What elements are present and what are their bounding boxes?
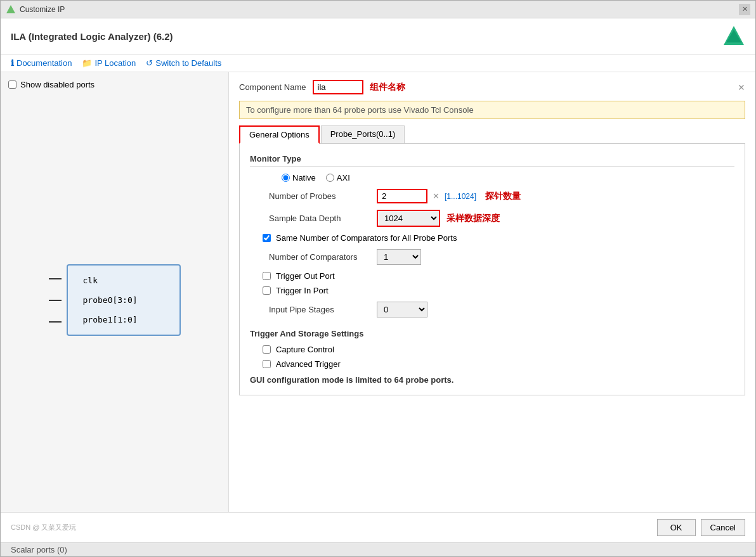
- sample-depth-annotation: 采样数据深度: [446, 213, 500, 224]
- number-of-comparators-label: Number of Comparators: [269, 252, 370, 262]
- title-bar-left: Customize IP: [6, 4, 65, 15]
- sample-data-depth-label: Sample Data Depth: [269, 214, 370, 223]
- component-name-row: Component Name 组件名称 ✕: [239, 80, 745, 94]
- capture-control-label: Capture Control: [276, 345, 334, 354]
- same-comparators-checkbox[interactable]: [263, 234, 271, 242]
- info-icon: ℹ: [11, 58, 14, 68]
- native-radio-item[interactable]: Native: [282, 173, 316, 182]
- component-name-clear-button[interactable]: ✕: [738, 82, 745, 93]
- main-content: Show disabled ports: [1, 72, 755, 512]
- switch-to-defaults-button[interactable]: ↺ Switch to Defaults: [146, 58, 221, 68]
- left-panel: Show disabled ports: [1, 72, 229, 512]
- same-comparators-row: Same Number of Comparators for All Probe…: [250, 233, 734, 243]
- input-pipe-stages-label: Input Pipe Stages: [269, 305, 370, 314]
- documentation-button[interactable]: ℹ Documentation: [11, 58, 72, 68]
- number-of-comparators-row: Number of Comparators 1 2 3 4: [250, 249, 734, 265]
- advanced-trigger-checkbox[interactable]: [263, 360, 271, 368]
- axi-radio-item[interactable]: AXI: [326, 173, 350, 182]
- capture-control-row: Capture Control: [250, 345, 734, 354]
- customize-ip-window: Customize IP ✕ ILA (Integrated Logic Ana…: [0, 0, 756, 557]
- axi-label: AXI: [337, 173, 350, 182]
- title-bar: Customize IP ✕: [1, 1, 755, 18]
- capture-control-checkbox[interactable]: [263, 345, 271, 354]
- number-of-probes-label: Number of Probes: [269, 191, 370, 201]
- input-pipe-stages-row: Input Pipe Stages 0 1 2 3 4 5: [250, 302, 734, 317]
- switch-to-defaults-label: Switch to Defaults: [155, 58, 221, 68]
- ok-button[interactable]: OK: [657, 519, 696, 536]
- component-diagram: clk probe0[3:0] probe1[1:0]: [8, 96, 221, 504]
- right-panel: Component Name 组件名称 ✕ To configure more …: [229, 72, 755, 512]
- number-of-probes-range: [1...1024]: [445, 192, 476, 201]
- monitor-type-radio-group: Native AXI: [250, 173, 734, 182]
- probe1-port: [49, 321, 67, 323]
- component-name-label: Component Name: [239, 82, 306, 92]
- vivado-logo: [722, 25, 745, 48]
- clk-port: [49, 278, 67, 279]
- tabs-row: General Options Probe_Ports(0..1): [239, 125, 745, 144]
- info-message: To configure more than 64 probe ports us…: [246, 105, 474, 115]
- number-of-probes-wrapper: ✕ [1...1024]: [377, 189, 476, 203]
- monitor-type-section-title: Monitor Type: [250, 154, 734, 167]
- tab-probe-ports-label: Probe_Ports(0..1): [330, 129, 396, 139]
- trigger-storage-section-title: Trigger And Storage Settings: [250, 329, 734, 338]
- number-of-probes-row: Number of Probes ✕ [1...1024] 探针数量: [250, 189, 734, 203]
- show-disabled-ports-text: Show disabled ports: [20, 80, 94, 89]
- tab-probe-ports[interactable]: Probe_Ports(0..1): [321, 125, 405, 143]
- clk-label: clk: [83, 276, 164, 285]
- cancel-button[interactable]: Cancel: [701, 519, 745, 536]
- svg-marker-0: [6, 5, 15, 13]
- footer-watermark: CSDN @ 又菜又爱玩: [11, 523, 76, 532]
- gui-note: GUI configuration mode is limited to 64 …: [250, 375, 734, 385]
- close-button[interactable]: ✕: [739, 4, 750, 15]
- ila-diagram-box: clk probe0[3:0] probe1[1:0]: [67, 264, 181, 336]
- component-name-input[interactable]: [313, 80, 363, 94]
- probe1-label: probe1[1:0]: [83, 315, 164, 324]
- ip-location-label: IP Location: [94, 58, 136, 68]
- trigger-out-port-checkbox[interactable]: [263, 272, 271, 280]
- show-disabled-ports-label[interactable]: Show disabled ports: [8, 80, 221, 89]
- same-comparators-label: Same Number of Comparators for All Probe…: [276, 233, 457, 243]
- trigger-in-port-row: Trigger In Port: [250, 286, 734, 295]
- sample-data-depth-select[interactable]: 1024 2048 4096 8192 16384 32768 65536 13…: [377, 210, 440, 227]
- port-line-clk: [49, 278, 62, 279]
- port-line-probe0: [49, 300, 62, 301]
- port-line-probe1: [49, 321, 62, 323]
- native-label: Native: [292, 173, 316, 182]
- folder-icon: 📁: [82, 58, 92, 68]
- bottom-bar-text: Scalar ports (0): [11, 545, 67, 554]
- tab-content: Monitor Type Native AXI Number of Probes: [239, 144, 745, 395]
- component-name-annotation: 组件名称: [370, 82, 405, 93]
- input-pipe-stages-select[interactable]: 0 1 2 3 4 5: [377, 302, 427, 317]
- native-radio[interactable]: [282, 174, 290, 182]
- refresh-icon: ↺: [146, 58, 153, 68]
- bottom-bar: Scalar ports (0): [1, 542, 755, 556]
- footer: CSDN @ 又菜又爱玩 OK Cancel: [1, 512, 755, 542]
- trigger-out-port-row: Trigger Out Port: [250, 271, 734, 281]
- sample-data-depth-row: Sample Data Depth 1024 2048 4096 8192 16…: [250, 210, 734, 227]
- tab-general-options[interactable]: General Options: [239, 125, 320, 144]
- toolbar: ℹ Documentation 📁 IP Location ↺ Switch t…: [1, 54, 755, 72]
- info-bar: To configure more than 64 probe ports us…: [239, 101, 745, 119]
- probe0-port: [49, 300, 67, 301]
- documentation-label: Documentation: [16, 58, 72, 68]
- probe0-label: probe0[3:0]: [83, 295, 164, 305]
- probes-annotation: 探针数量: [485, 191, 521, 202]
- show-disabled-ports-checkbox[interactable]: [8, 80, 16, 89]
- number-of-comparators-select[interactable]: 1 2 3 4: [377, 249, 421, 265]
- trigger-in-port-checkbox[interactable]: [263, 286, 271, 295]
- ip-location-button[interactable]: 📁 IP Location: [82, 58, 136, 68]
- number-of-probes-input[interactable]: [377, 189, 427, 203]
- advanced-trigger-label: Advanced Trigger: [276, 359, 341, 369]
- axi-radio[interactable]: [326, 174, 334, 182]
- header: ILA (Integrated Logic Analyzer) (6.2): [1, 18, 755, 54]
- sample-data-depth-wrapper: 1024 2048 4096 8192 16384 32768 65536 13…: [377, 210, 500, 227]
- trigger-out-port-label: Trigger Out Port: [276, 271, 335, 281]
- app-icon: [6, 4, 16, 15]
- advanced-trigger-row: Advanced Trigger: [250, 359, 734, 369]
- title-bar-title: Customize IP: [20, 5, 65, 14]
- trigger-in-port-label: Trigger In Port: [276, 286, 329, 295]
- tab-general-options-label: General Options: [249, 130, 310, 139]
- number-of-probes-clear[interactable]: ✕: [433, 191, 440, 201]
- page-title: ILA (Integrated Logic Analyzer) (6.2): [11, 31, 173, 42]
